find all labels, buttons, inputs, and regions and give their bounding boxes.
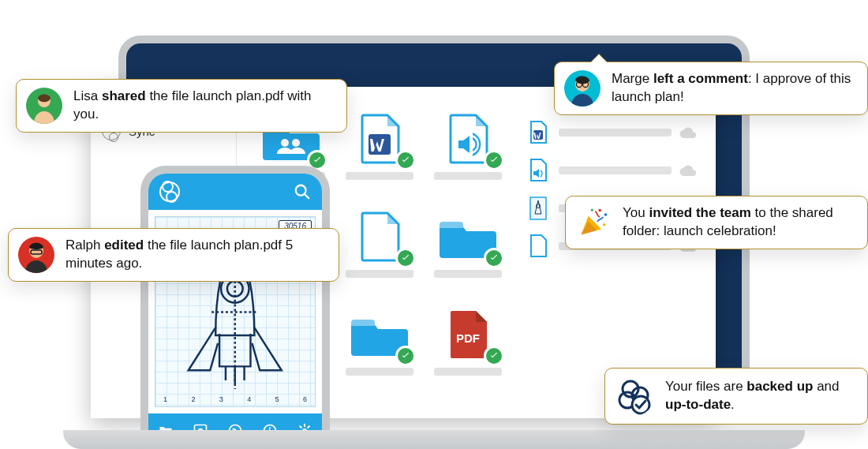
audio-mini-icon xyxy=(526,158,551,183)
filename-placeholder xyxy=(559,129,672,137)
notification-text: Marge left a comment: I approve of this … xyxy=(612,70,855,107)
sync-verified-icon xyxy=(615,376,654,416)
filename-placeholder xyxy=(346,368,413,376)
svg-point-12 xyxy=(227,281,243,297)
svg-point-1 xyxy=(292,139,300,147)
notification-ralph-edited[interactable]: Ralph edited the file launch plan.pdf 5 … xyxy=(8,228,339,282)
doc-mini-icon xyxy=(526,234,551,259)
svg-point-0 xyxy=(281,139,289,147)
tile-pdf-doc[interactable]: PDF xyxy=(429,308,507,395)
search-icon[interactable] xyxy=(294,183,311,200)
blueprint-mini-icon xyxy=(526,196,551,221)
filename-placeholder xyxy=(346,270,413,278)
notification-lisa-shared[interactable]: Lisa shared the file launch plan.pdf wit… xyxy=(16,79,347,133)
list-item[interactable] xyxy=(522,152,700,189)
phone-header xyxy=(148,174,322,210)
svg-rect-27 xyxy=(590,208,593,211)
notification-text: You invited the team to the shared folde… xyxy=(623,204,855,241)
filename-placeholder xyxy=(434,172,502,180)
cloud-icon xyxy=(679,165,697,176)
callout-pointer-icon xyxy=(591,47,607,62)
pdf-doc-icon: PDF xyxy=(447,309,488,360)
tile-folder-2[interactable] xyxy=(341,308,418,395)
document-icon xyxy=(359,211,400,262)
svg-point-26 xyxy=(603,223,606,226)
tile-empty-doc[interactable] xyxy=(341,210,418,297)
notification-backup-status[interactable]: Your files are backed up and up-to-date. xyxy=(604,368,868,425)
filename-placeholder xyxy=(346,172,413,180)
avatar-lisa xyxy=(26,88,62,124)
synced-badge-icon xyxy=(395,346,416,366)
laptop-base xyxy=(63,430,805,449)
word-mini-icon xyxy=(526,120,551,145)
svg-point-24 xyxy=(598,209,601,212)
word-doc-icon xyxy=(359,114,400,164)
list-item[interactable] xyxy=(522,114,700,152)
synced-badge-icon xyxy=(484,248,504,268)
file-list-panel xyxy=(522,112,700,410)
cloud-icon xyxy=(679,127,697,138)
notification-text: Your files are backed up and up-to-date. xyxy=(665,378,855,414)
filename-placeholder xyxy=(559,167,672,174)
tile-word-doc[interactable] xyxy=(341,112,418,199)
party-popper-icon xyxy=(575,204,612,241)
blueprint-axis: 1 2 3 4 5 6 xyxy=(163,395,307,403)
avatar-ralph xyxy=(18,237,54,273)
tile-folder[interactable] xyxy=(429,210,507,297)
svg-point-25 xyxy=(604,213,608,216)
synced-badge-icon xyxy=(484,150,504,170)
filename-placeholder xyxy=(434,368,502,376)
notification-invited-team[interactable]: You invited the team to the shared folde… xyxy=(565,196,868,249)
svg-text:PDF: PDF xyxy=(456,331,480,345)
filename-placeholder xyxy=(434,270,502,278)
notification-marge-comment[interactable]: Marge left a comment: I approve of this … xyxy=(554,62,868,115)
tile-audio-file[interactable] xyxy=(429,112,507,199)
synced-badge-icon xyxy=(484,346,504,366)
synced-badge-icon xyxy=(395,150,416,170)
notification-text: Lisa shared the file launch plan.pdf wit… xyxy=(73,88,334,124)
phone-logo-icon xyxy=(159,181,180,202)
notification-text: Ralph edited the file launch plan.pdf 5 … xyxy=(65,237,326,273)
synced-badge-icon xyxy=(395,248,416,268)
audio-file-icon xyxy=(447,114,488,164)
phone-frame: 30516 1 2 3 4 5 6 xyxy=(140,166,330,448)
avatar-marge xyxy=(564,70,600,107)
